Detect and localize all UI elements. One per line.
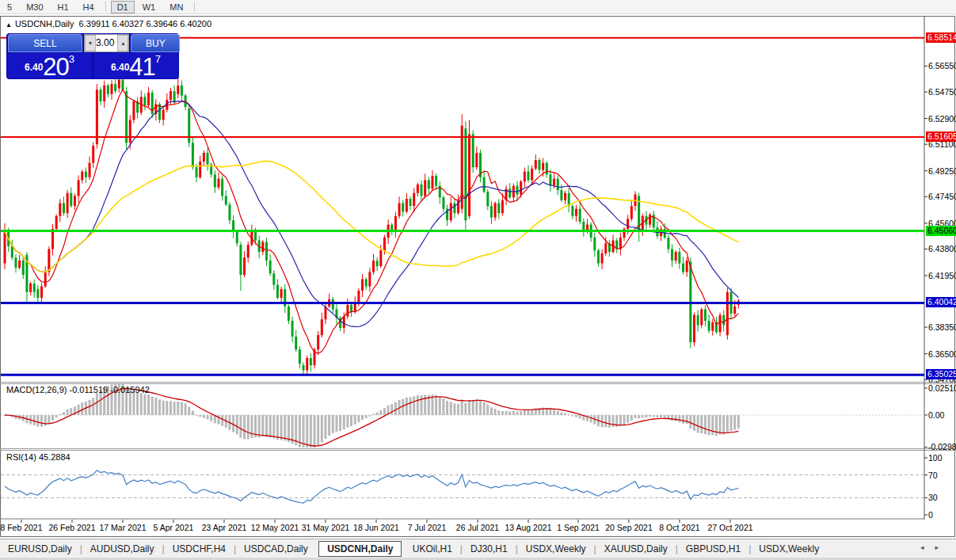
macd-axis-label: 0.00 (928, 410, 944, 420)
tab-audusd-daily[interactable]: AUDUSD,Daily (82, 542, 162, 556)
date-axis-label: 26 Feb 2021 (47, 523, 97, 532)
sell-price-pip: 3 (69, 53, 74, 65)
tab-eurusd-daily[interactable]: EURUSD,Daily (0, 542, 80, 556)
price-badge-6.51605: 6.51605 (926, 131, 956, 142)
date-axis-label: 17 Mar 2021 (97, 523, 148, 532)
volume-input[interactable]: 3.00 (96, 35, 117, 51)
rsi-caption: RSI(14) 45.2884 (6, 452, 70, 462)
sell-button[interactable]: SELL (8, 34, 82, 52)
tab-usdx-weekly[interactable]: USDX,Weekly (518, 542, 594, 556)
sell-price-big: 20 (43, 53, 68, 81)
volume-decrease-button[interactable]: ▼ (85, 35, 96, 51)
price-badge-6.40042: 6.40042 (926, 297, 956, 307)
buy-price-handle: 6.40 (111, 62, 129, 73)
date-axis-label: 26 Jul 2021 (452, 523, 503, 532)
chart-tab-bar: EURUSD,Daily|AUDUSD,Daily|USDCHF,H4|USDC… (0, 539, 956, 558)
price-badge-6.35025: 6.35025 (926, 369, 956, 379)
price-axis-label: 6.52900 (928, 114, 955, 124)
price-axis-label: 6.49250 (928, 166, 955, 176)
macd-axis-label: -0.029881 (928, 442, 956, 451)
date-axis-label: 8 Feb 2021 (0, 523, 47, 532)
price-axis-label: 6.47450 (928, 192, 955, 201)
tab-gbpusd-h1[interactable]: GBPUSD,H1 (678, 542, 748, 556)
price-axis-label: 6.54750 (928, 87, 955, 97)
tab-dj30-h1[interactable]: DJ30,H1 (463, 542, 516, 556)
ma-slow-line (5, 161, 738, 272)
buy-price-pip: 7 (155, 53, 161, 65)
price-badge-6.45060: 6.45060 (926, 226, 956, 236)
collapse-icon[interactable]: ▲ (6, 21, 12, 29)
date-axis-label: 18 Jun 2021 (351, 523, 402, 532)
macd-caption: MACD(12,26,9) -0.011519 -0.015942 (6, 385, 150, 394)
one-click-trading-panel: SELL ▼ 3.00 ▲ BUY 6.40203 6.40417 (6, 33, 179, 79)
date-axis-label: 27 Oct 2021 (705, 523, 756, 532)
buy-price-big: 41 (129, 53, 154, 81)
date-axis-label: 1 Sep 2021 (553, 523, 604, 532)
date-axis-label: 20 Sep 2021 (604, 523, 654, 532)
tab-usdcad-daily[interactable]: USDCAD,Daily (236, 542, 316, 556)
date-axis-label: 7 Jul 2021 (402, 523, 452, 532)
symbol-title: USDCNH,Daily (15, 19, 74, 29)
price-axis-label: 6.41950 (928, 271, 955, 280)
buy-price-display[interactable]: 6.40417 (93, 53, 178, 78)
buy-button[interactable]: BUY (131, 34, 180, 52)
mt4-window: 5M30H1H4D1W1MN ▲USDCNH,Daily 6.39911 6.4… (0, 0, 956, 560)
date-axis-label: 5 Apr 2021 (148, 523, 199, 532)
rsi-layer (1, 470, 924, 503)
date-axis-label: 12 May 2021 (249, 523, 300, 532)
volume-stepper: ▼ 3.00 ▲ (84, 34, 129, 52)
pane-separator (0, 448, 956, 449)
price-axis-label: 6.43800 (928, 244, 955, 253)
sell-price-display[interactable]: 6.40203 (7, 53, 92, 78)
date-axis-label: 8 Oct 2021 (654, 523, 705, 532)
price-axis-label: 6.36500 (928, 349, 955, 359)
date-axis-label: 31 May 2021 (300, 523, 351, 532)
macd-axis-label: 0.025108 (928, 383, 956, 393)
sell-price-handle: 6.40 (25, 62, 43, 73)
tab-ukoil-h1[interactable]: UKOil,H1 (405, 542, 460, 556)
price-badge-6.58514: 6.58514 (926, 32, 956, 43)
date-axis-label: 23 Apr 2021 (199, 523, 249, 532)
pane-separator (0, 382, 956, 383)
price-axis-label: 6.38350 (928, 322, 955, 332)
tab-usdchf-h4[interactable]: USDCHF,H4 (165, 542, 234, 556)
price-axis-label: 6.56550 (928, 61, 955, 70)
candles-layer (4, 67, 740, 374)
chart-title: ▲USDCNH,Daily 6.39911 6.40327 6.39646 6.… (6, 19, 211, 29)
tab-usdx-weekly[interactable]: USDX,Weekly (751, 542, 827, 556)
rsi-axis-label: 100 (928, 453, 943, 463)
rsi-axis-label: 0 (928, 510, 933, 520)
tab-xauusd-daily[interactable]: XAUUSD,Daily (596, 542, 676, 556)
tab-usdcnh-daily[interactable]: USDCNH,Daily (318, 541, 402, 557)
volume-increase-button[interactable]: ▲ (117, 35, 128, 51)
rsi-axis-label: 30 (928, 493, 938, 502)
rsi-axis-label: 70 (928, 470, 938, 480)
date-axis-label: 13 Aug 2021 (503, 523, 554, 532)
tab-scroll-arrows[interactable]: ◂▸ (920, 543, 950, 551)
ohlc-values: 6.39911 6.40327 6.39646 6.40200 (79, 19, 211, 29)
